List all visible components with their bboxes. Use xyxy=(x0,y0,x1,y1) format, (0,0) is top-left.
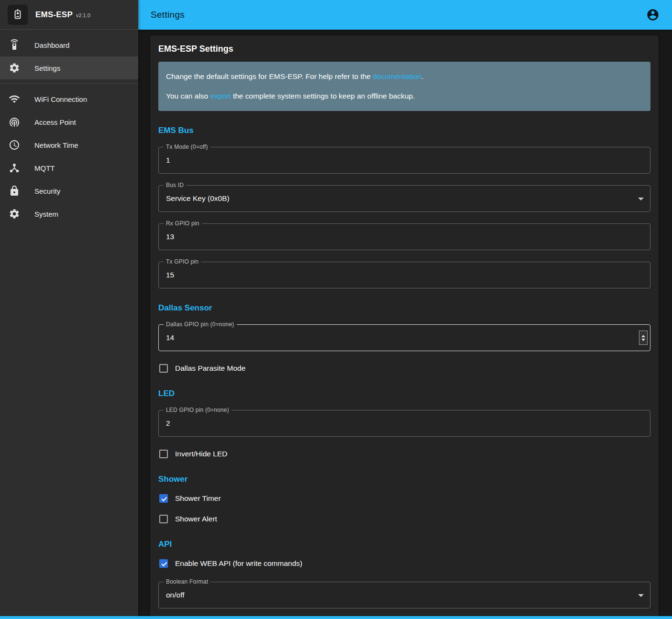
dallas-parasite-checkbox-row[interactable]: Dallas Parasite Mode xyxy=(159,363,650,374)
checkbox-icon[interactable] xyxy=(159,515,168,523)
lock-icon xyxy=(9,185,20,197)
dropdown-caret-icon xyxy=(638,198,644,200)
sidebar-item-label: Network Time xyxy=(34,141,78,149)
boolean-format-select[interactable]: Boolean Format on/off xyxy=(158,582,650,608)
appbar: Settings xyxy=(138,0,672,30)
bottom-accent-bar xyxy=(0,616,672,619)
shower-timer-checkbox-row[interactable]: Shower Timer xyxy=(159,493,650,504)
sidebar-item-security[interactable]: Security xyxy=(0,179,138,202)
sidebar-item-label: MQTT xyxy=(34,164,55,172)
documentation-link[interactable]: documentation xyxy=(373,72,421,80)
page-title: Settings xyxy=(151,10,185,20)
sidebar-item-access-point[interactable]: Access Point xyxy=(0,111,138,133)
gear-icon xyxy=(9,208,20,220)
rx-gpio-input[interactable] xyxy=(159,224,650,250)
tx-mode-field: Tx Mode (0=off) xyxy=(158,147,650,174)
tx-gpio-input[interactable] xyxy=(159,262,650,288)
section-heading-dallas-sensor: Dallas Sensor xyxy=(158,303,650,313)
device-hub-icon xyxy=(9,162,20,174)
sidebar-divider xyxy=(0,83,138,84)
card-title: EMS-ESP Settings xyxy=(158,44,650,54)
app-brand: EMS-ESP v2.1.0 xyxy=(0,0,138,30)
dropdown-caret-icon xyxy=(638,594,644,597)
info-line-2: You can also export the complete system … xyxy=(166,90,643,102)
device-dashboard-icon xyxy=(9,39,20,51)
section-heading-ems-bus: EMS Bus xyxy=(158,126,650,135)
section-heading-led: LED xyxy=(158,389,650,398)
content-area: EMS-ESP Settings Change the default sett… xyxy=(138,30,672,619)
stepper-up-icon[interactable] xyxy=(641,335,645,337)
sidebar-item-wifi-connection[interactable]: WiFi Connection xyxy=(0,88,138,111)
checkbox-icon[interactable] xyxy=(159,559,168,568)
info-line-1: Change the default settings for EMS-ESP.… xyxy=(166,71,643,82)
clock-icon xyxy=(9,139,20,151)
export-link[interactable]: export xyxy=(210,92,231,100)
gear-icon xyxy=(9,62,20,74)
checkbox-icon[interactable] xyxy=(159,450,168,458)
led-gpio-input[interactable] xyxy=(159,410,650,436)
ems-esp-logo-icon xyxy=(8,5,28,25)
tx-mode-input[interactable] xyxy=(159,147,650,173)
invert-led-checkbox-row[interactable]: Invert/Hide LED xyxy=(159,448,650,460)
checkbox-icon[interactable] xyxy=(159,494,168,503)
dallas-gpio-field: Dallas GPIO pin (0=none) xyxy=(158,324,650,351)
stepper-down-icon[interactable] xyxy=(641,339,645,341)
sidebar-item-label: Dashboard xyxy=(34,41,69,49)
sidebar-item-settings[interactable]: Settings xyxy=(0,56,138,79)
checkbox-icon[interactable] xyxy=(159,364,168,373)
sidebar-item-label: WiFi Connection xyxy=(34,95,87,103)
dallas-gpio-input[interactable] xyxy=(159,325,650,351)
web-api-checkbox-row[interactable]: Enable WEB API (for write commands) xyxy=(159,558,650,569)
wifi-tethering-icon xyxy=(9,116,20,128)
sidebar-item-dashboard[interactable]: Dashboard xyxy=(0,33,138,56)
account-circle-icon[interactable] xyxy=(646,8,660,22)
settings-card: EMS-ESP Settings Change the default sett… xyxy=(150,35,659,619)
sidebar-item-label: Settings xyxy=(34,64,60,72)
bus-id-select[interactable]: Bus ID Service Key (0x0B) xyxy=(158,185,650,212)
checkbox-label: Shower Alert xyxy=(175,515,217,523)
sidebar-item-network-time[interactable]: Network Time xyxy=(0,133,138,156)
sidebar-item-label: System xyxy=(34,210,58,218)
shower-alert-checkbox-row[interactable]: Shower Alert xyxy=(159,513,650,525)
section-heading-api: API xyxy=(158,540,650,549)
wifi-icon xyxy=(9,93,20,105)
bus-id-value: Service Key (0x0B) xyxy=(159,186,631,211)
app-root: EMS-ESP v2.1.0 Dashboard Settings xyxy=(0,0,672,619)
sidebar-item-label: Security xyxy=(34,187,60,195)
sidebar-item-system[interactable]: System xyxy=(0,202,138,225)
sidebar: EMS-ESP v2.1.0 Dashboard Settings xyxy=(0,0,138,619)
sidebar-item-mqtt[interactable]: MQTT xyxy=(0,156,138,179)
sidebar-item-label: Access Point xyxy=(34,118,76,126)
section-heading-shower: Shower xyxy=(158,475,650,484)
tx-gpio-field: Tx GPIO pin xyxy=(158,262,650,288)
app-version: v2.1.0 xyxy=(76,12,90,18)
sidebar-nav: Dashboard Settings WiFi Connection A xyxy=(0,30,138,225)
rx-gpio-field: Rx GPIO pin xyxy=(158,223,650,250)
checkbox-label: Invert/Hide LED xyxy=(175,450,227,458)
led-gpio-field: LED GPIO pin (0=none) xyxy=(158,410,650,437)
number-stepper[interactable] xyxy=(639,331,648,345)
main-area: Settings EMS-ESP Settings Change the def… xyxy=(138,0,672,619)
checkbox-label: Enable WEB API (for write commands) xyxy=(175,559,302,568)
checkbox-label: Dallas Parasite Mode xyxy=(175,364,245,373)
info-banner: Change the default settings for EMS-ESP.… xyxy=(158,62,650,111)
boolean-format-value: on/off xyxy=(159,582,631,608)
checkbox-label: Shower Timer xyxy=(175,494,221,503)
app-name: EMS-ESP xyxy=(35,10,73,20)
